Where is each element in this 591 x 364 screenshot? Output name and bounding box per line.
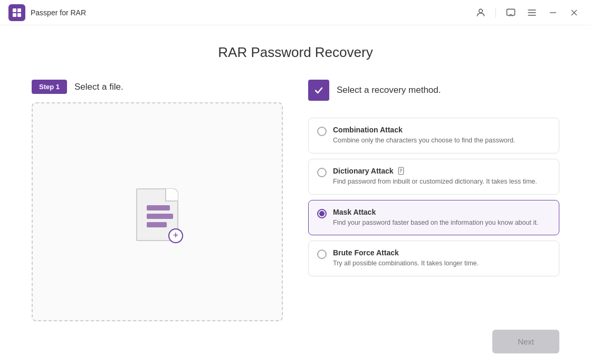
option-brute-text: Brute Force Attack Try all possible comb… (333, 248, 550, 269)
chat-icon[interactable] (502, 4, 519, 21)
app-title: Passper for RAR (31, 8, 86, 17)
minimize-button[interactable] (545, 4, 561, 21)
svg-rect-2 (13, 13, 16, 17)
recovery-options: Combination Attack Combine only the char… (308, 118, 559, 276)
app-logo (8, 4, 25, 21)
option-brute-title: Brute Force Attack (333, 248, 550, 257)
titlebar: Passper for RAR (0, 0, 591, 25)
step1-header: Step 1 Select a file. (32, 80, 283, 94)
step1-badge: Step 1 (32, 80, 67, 94)
option-mask[interactable]: Mask Attack Find your password faster ba… (308, 200, 559, 236)
menu-icon[interactable] (523, 4, 540, 21)
titlebar-right (472, 4, 583, 21)
svg-rect-3 (17, 13, 21, 17)
next-button[interactable]: Next (492, 330, 559, 353)
file-drop-content: + (134, 183, 181, 241)
footer: Next (0, 321, 591, 364)
option-combination-title: Combination Attack (333, 126, 550, 134)
radio-combination (317, 127, 327, 136)
titlebar-left: Passper for RAR (8, 4, 86, 21)
check-badge (308, 80, 329, 101)
option-combination-desc: Combine only the characters you choose t… (333, 136, 550, 146)
page-title: RAR Password Recovery (218, 44, 373, 61)
add-file-icon: + (168, 228, 183, 243)
close-button[interactable] (566, 4, 583, 21)
option-combination[interactable]: Combination Attack Combine only the char… (308, 118, 559, 154)
radio-dictionary (317, 168, 327, 177)
file-drop-area[interactable]: + (32, 102, 283, 321)
radio-brute (317, 250, 327, 259)
rar-bar-1 (147, 205, 170, 210)
option-mask-desc: Find your password faster based on the i… (333, 218, 550, 228)
step1-label: Select a file. (74, 82, 123, 92)
rar-bars (147, 205, 173, 227)
option-dictionary-desc: Find password from inbuilt or customized… (333, 177, 550, 187)
step2-label: Select a recovery method. (337, 85, 441, 95)
radio-mask (317, 209, 327, 218)
option-combination-text: Combination Attack Combine only the char… (333, 126, 550, 146)
svg-rect-1 (17, 8, 21, 12)
option-mask-title: Mask Attack (333, 208, 550, 216)
option-mask-text: Mask Attack Find your password faster ba… (333, 208, 550, 228)
main-content: RAR Password Recovery Step 1 Select a fi… (0, 25, 591, 321)
step2-header: Select a recovery method. (308, 80, 559, 101)
two-column-layout: Step 1 Select a file. + (32, 80, 559, 321)
rar-bar-2 (147, 214, 173, 219)
account-icon[interactable] (472, 4, 489, 21)
right-column: Select a recovery method. Combination At… (308, 80, 559, 321)
left-column: Step 1 Select a file. + (32, 80, 283, 321)
option-brute[interactable]: Brute Force Attack Try all possible comb… (308, 241, 559, 276)
option-dictionary[interactable]: Dictionary Attack Find password from inb… (308, 159, 559, 195)
titlebar-separator (495, 7, 496, 18)
svg-point-4 (479, 9, 483, 13)
svg-rect-0 (13, 8, 16, 12)
rar-file-icon: + (134, 183, 181, 241)
option-brute-desc: Try all possible combinations. It takes … (333, 258, 550, 269)
option-dictionary-title: Dictionary Attack (333, 167, 550, 175)
rar-bar-3 (147, 222, 167, 227)
option-dictionary-text: Dictionary Attack Find password from inb… (333, 167, 550, 187)
